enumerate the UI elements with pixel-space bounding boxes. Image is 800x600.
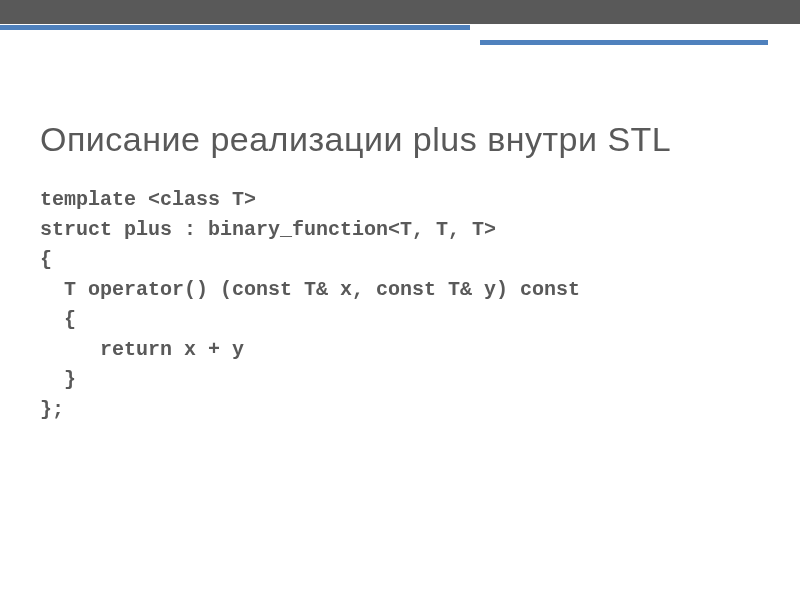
code-line: T operator() (const T& x, const T& y) co… xyxy=(40,278,580,301)
code-line: } xyxy=(40,368,76,391)
header-decoration xyxy=(0,0,800,30)
gray-band xyxy=(0,0,800,24)
code-line: { xyxy=(40,248,52,271)
slide: Описание реализации plus внутри STL temp… xyxy=(0,0,800,600)
accent-line-right xyxy=(480,40,768,45)
slide-title: Описание реализации plus внутри STL xyxy=(40,120,760,159)
code-line: return x + y xyxy=(40,338,244,361)
code-line: }; xyxy=(40,398,64,421)
code-line: { xyxy=(40,308,76,331)
code-block: template <class T> struct plus : binary_… xyxy=(40,185,760,425)
code-line: struct plus : binary_function<T, T, T> xyxy=(40,218,496,241)
accent-line-top xyxy=(0,25,470,30)
code-line: template <class T> xyxy=(40,188,256,211)
